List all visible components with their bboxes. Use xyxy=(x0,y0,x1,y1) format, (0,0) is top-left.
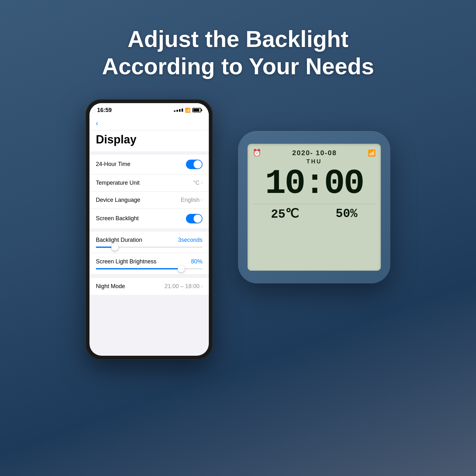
slider-section-duration: Backlight Duration 3seconds xyxy=(89,232,209,253)
setting-row-device-lang[interactable]: Device Language English › xyxy=(89,192,209,209)
brightness-label: Screen Light Brightness xyxy=(96,258,156,265)
clock-humidity: 50% xyxy=(336,207,357,221)
setting-label-temp-unit: Temperature Unit xyxy=(96,180,140,186)
clock-temp-section: 25℃ xyxy=(271,207,299,221)
slider-row-brightness: Screen Light Brightness 80% xyxy=(89,253,209,275)
main-content: 16:59 📶 xyxy=(0,99,476,360)
wifi-icon: 📶 xyxy=(185,108,190,113)
signal-icon xyxy=(174,109,183,112)
phone-body: 16:59 📶 xyxy=(86,99,213,360)
slider-track-brightness[interactable] xyxy=(96,268,202,269)
setting-label-device-lang: Device Language xyxy=(96,197,140,203)
clock-top-bar: ⏰ 2020- 10-08 📶 xyxy=(253,149,376,157)
slider-track-duration[interactable] xyxy=(96,247,202,248)
settings-list: 24-Hour Time Temperature Unit °C › xyxy=(89,155,209,228)
section-gap-1 xyxy=(89,228,209,232)
chevron-icon-temp: › xyxy=(201,180,202,186)
clock-device: ⏰ 2020- 10-08 📶 THU 10:00 25℃ 50% xyxy=(238,131,390,283)
night-mode-value: 21:00 – 18:00 › xyxy=(165,283,202,290)
toggle-24hour[interactable] xyxy=(186,160,202,169)
slider-header-brightness: Screen Light Brightness 80% xyxy=(96,255,202,265)
night-mode-label: Night Mode xyxy=(96,283,125,290)
toggle-screen-backlight[interactable] xyxy=(186,214,202,223)
setting-row-night-mode[interactable]: Night Mode 21:00 – 18:00 › xyxy=(89,278,209,295)
clock-screen: ⏰ 2020- 10-08 📶 THU 10:00 25℃ 50% xyxy=(248,144,381,271)
slider-thumb-brightness[interactable] xyxy=(178,265,185,272)
battery-icon xyxy=(192,108,201,112)
back-button[interactable]: ‹ xyxy=(96,119,98,127)
clock-date: 2020- 10-08 xyxy=(292,149,337,157)
backlight-duration-label: Backlight Duration xyxy=(96,237,142,243)
slider-fill-brightness xyxy=(96,268,181,269)
status-time: 16:59 xyxy=(97,107,112,114)
backlight-duration-value: 3seconds xyxy=(178,237,202,243)
clock-humidity-section: 50% xyxy=(336,207,357,221)
setting-label-screen-backlight: Screen Backlight xyxy=(96,215,139,222)
status-icons: 📶 xyxy=(174,108,201,113)
slider-header-duration: Backlight Duration 3seconds xyxy=(96,233,202,243)
clock-time: 10:00 xyxy=(253,166,376,201)
header-line2: According to Your Needs xyxy=(102,54,374,79)
nav-bar: ‹ xyxy=(89,116,209,130)
chevron-icon-lang: › xyxy=(201,197,202,203)
setting-row-temp-unit[interactable]: Temperature Unit °C › xyxy=(89,175,209,192)
slider-row-duration: Backlight Duration 3seconds xyxy=(89,232,209,253)
slider-thumb-duration[interactable] xyxy=(111,244,118,251)
section-gap-2 xyxy=(89,275,209,278)
screen-title-section: Display xyxy=(89,130,209,151)
clock-temperature: 25℃ xyxy=(271,207,299,221)
slider-section-brightness: Screen Light Brightness 80% xyxy=(89,253,209,275)
setting-row-24hour: 24-Hour Time xyxy=(89,155,209,175)
setting-label-24hour: 24-Hour Time xyxy=(96,161,130,168)
chevron-icon-night: › xyxy=(201,283,202,289)
page-header: Adjust the Backlight According to Your N… xyxy=(102,25,374,80)
setting-value-temp-unit: °C › xyxy=(193,180,202,186)
phone-mockup: 16:59 📶 xyxy=(86,99,213,360)
night-mode-section: Night Mode 21:00 – 18:00 › xyxy=(89,278,209,295)
status-bar: 16:59 📶 xyxy=(89,103,209,116)
alarm-icon: ⏰ xyxy=(253,149,261,157)
bluetooth-icon: 📶 xyxy=(368,149,376,157)
header-line1: Adjust the Backlight xyxy=(128,26,348,52)
setting-row-screen-backlight: Screen Backlight xyxy=(89,209,209,228)
clock-bottom: 25℃ 50% xyxy=(253,204,376,221)
display-title: Display xyxy=(96,133,202,146)
brightness-value: 80% xyxy=(191,258,202,265)
setting-value-device-lang: English › xyxy=(181,197,202,203)
phone-screen: 16:59 📶 xyxy=(89,103,209,356)
